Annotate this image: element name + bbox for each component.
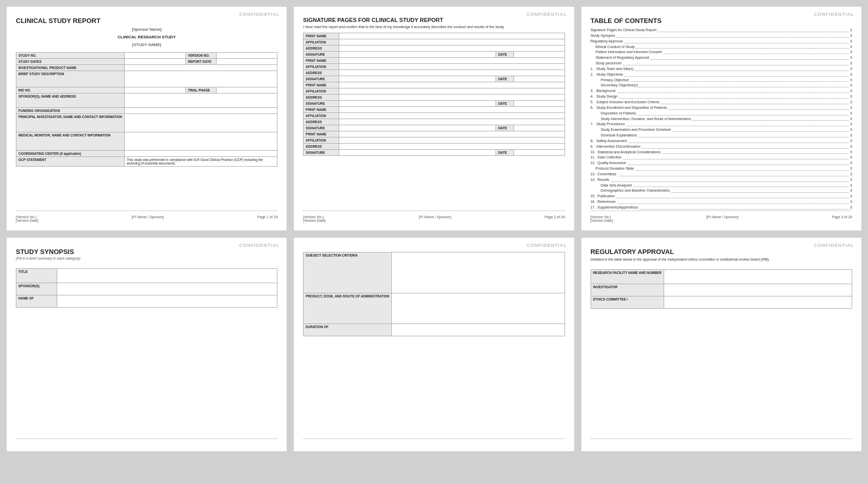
page-footer: [Version No.][Version Date] [PI Name / S…	[591, 211, 852, 222]
page2-title: SIGNATURE PAGES FOR CLINICAL STUDY REPOR…	[303, 17, 565, 23]
sig-label: ADDRESS	[303, 95, 339, 101]
field-value	[392, 293, 565, 324]
sig-value	[339, 95, 565, 101]
table-row: TITLE	[16, 268, 277, 283]
sig-label: AFFILIATION	[303, 88, 339, 95]
sig-label: ADDRESS	[303, 45, 339, 52]
toc-entry: Ethical Conduct of Study3	[591, 44, 852, 50]
sig-label: PRINT NAME	[303, 131, 339, 137]
field-value	[57, 268, 277, 283]
table-row: STUDY NO. VERSION NO.	[16, 53, 277, 59]
sig-value	[339, 52, 496, 58]
page-footer	[16, 439, 277, 443]
table-row: ADDRESS	[303, 95, 565, 101]
sig-label: SIGNATURE	[303, 150, 339, 156]
footer-right: Page 1 of 29	[257, 215, 278, 222]
date-label: DATE	[496, 125, 514, 131]
field-label: SPONSOR(S), NAME AND ADDRESS	[16, 94, 125, 108]
toc-entry: 5. Subject Inclusion and Exclusion Crite…	[591, 100, 852, 105]
page-footer	[303, 439, 565, 443]
sig-label: PRINT NAME	[303, 58, 339, 64]
sig-label: AFFILIATION	[303, 113, 339, 119]
date-label: DATE	[496, 52, 514, 58]
field-label: ETHICS COMMITTEE /	[591, 296, 664, 308]
field-value	[216, 53, 277, 59]
table-row: AFFILIATION	[303, 137, 565, 144]
field-value	[125, 53, 186, 59]
toc-entry: 1. Study Team and Site(s)3	[591, 66, 852, 72]
table-row: PRINT NAME	[303, 58, 565, 64]
field-label: SUBJECT SELECTION CRITERIA	[303, 252, 392, 293]
toc-entry: 9. Intervention Discontinuation3	[591, 144, 852, 150]
table-row: ADDRESS	[303, 70, 565, 76]
synopsis-table: TITLE SPONSOR(S) NAME OF	[16, 268, 277, 308]
toc-entry: 12. Quality Assurance3	[591, 160, 852, 166]
table-row: PRINT NAME	[303, 82, 565, 88]
table-row: SIGNATURE DATE	[303, 76, 565, 82]
table-row: SIGNATURE DATE	[303, 101, 565, 107]
field-label: MEDICAL MONITOR, NAME AND CONTACT INFORM…	[16, 132, 125, 151]
sig-value	[339, 107, 565, 113]
table-row: GCP STATEMENT This study was performed i…	[16, 157, 277, 167]
toc-entry: Study Synopsis3	[591, 33, 852, 39]
table-row: SPONSOR(S), NAME AND ADDRESS	[16, 94, 277, 108]
sig-label: ADDRESS	[303, 119, 339, 125]
toc-entry: 14. Results3	[591, 177, 852, 183]
pages-grid: CONFIDENTIAL CLINICAL STUDY REPORT [Spon…	[0, 0, 868, 458]
field-value	[125, 65, 277, 71]
table-row: AFFILIATION	[303, 64, 565, 70]
sig-value	[339, 150, 496, 156]
field-label: REPORT DATE	[185, 59, 216, 65]
page2-intro: I have read this report and confirm that…	[303, 25, 565, 29]
toc-entry: Study Intervention, Duration, and Route …	[591, 117, 852, 122]
sig-value	[339, 76, 496, 82]
reg-table: RESEARCH FACILITY NAME AND NUMBER INVEST…	[591, 269, 852, 309]
date-label: DATE	[496, 150, 514, 156]
field-value	[125, 151, 277, 157]
field-value	[125, 108, 277, 114]
study-name-label: [STUDY NAME]	[16, 42, 277, 49]
sponsor-label: [Sponsor Name]	[16, 27, 277, 33]
sig-value	[339, 82, 565, 88]
toc-entry: 7. Study Procedures3	[591, 122, 852, 127]
field-value	[125, 132, 277, 151]
field-label: BRIEF STUDY DESCRIPTION	[16, 71, 125, 87]
table-row: ADDRESS	[303, 45, 565, 52]
toc-title: TABLE OF CONTENTS	[591, 17, 852, 25]
table-row: PRINCIPAL INVESTIGATOR, NAME AND CONTACT…	[16, 114, 277, 132]
page-3: CONFIDENTIAL TABLE OF CONTENTS Signature…	[581, 6, 862, 231]
toc-entry: Schedule Explanations3	[591, 133, 852, 139]
toc-entry: 17. Supplements/Appendices3	[591, 205, 852, 211]
sig-label: SIGNATURE	[303, 76, 339, 82]
table-row: AFFILIATION	[303, 88, 565, 95]
page-footer	[591, 439, 852, 443]
table-row: AFFILIATION	[303, 113, 565, 119]
page-footer: [Version No.][Version Date] [PI Name / S…	[303, 211, 565, 222]
page-5: CONFIDENTIAL SUBJECT SELECTION CRITERIA …	[293, 237, 574, 452]
toc-entry: 2. Study Objectives3	[591, 72, 852, 78]
page1-subtitle: [Sponsor Name] CLINICAL RESEARCH STUDY […	[16, 27, 277, 48]
page5-table: SUBJECT SELECTION CRITERIA PRODUCT, DOSE…	[303, 252, 565, 336]
field-value	[216, 87, 277, 94]
table-row: SIGNATURE DATE	[303, 125, 565, 131]
field-value	[664, 284, 852, 296]
toc-entry: Patient Information and Informed Consent…	[591, 50, 852, 55]
toc-entry: 6. Study Enrollment and Disposition of P…	[591, 105, 852, 111]
field-value	[125, 94, 277, 108]
toc-entry: Data Sets Analyzed3	[591, 183, 852, 189]
toc-entry: 13. Committees3	[591, 172, 852, 177]
field-value	[125, 87, 186, 94]
footer-left: [Version No.][Version Date]	[303, 215, 325, 222]
footer-center: [PI Name / Sponsor]	[132, 215, 164, 222]
table-row: INVESTIGATIONAL PRODUCT NAME	[16, 65, 277, 71]
table-row: ADDRESS	[303, 144, 565, 150]
date-value	[514, 101, 565, 107]
sig-value	[339, 125, 496, 131]
sig-label: AFFILIATION	[303, 39, 339, 45]
field-label: GCP STATEMENT	[16, 157, 125, 167]
field-value	[392, 252, 565, 293]
toc-entry: Demographics and Baseline Characteristic…	[591, 188, 852, 194]
table-row: STUDY DATES REPORT DATE	[16, 59, 277, 65]
sig-value	[339, 58, 565, 64]
field-value	[664, 296, 852, 308]
